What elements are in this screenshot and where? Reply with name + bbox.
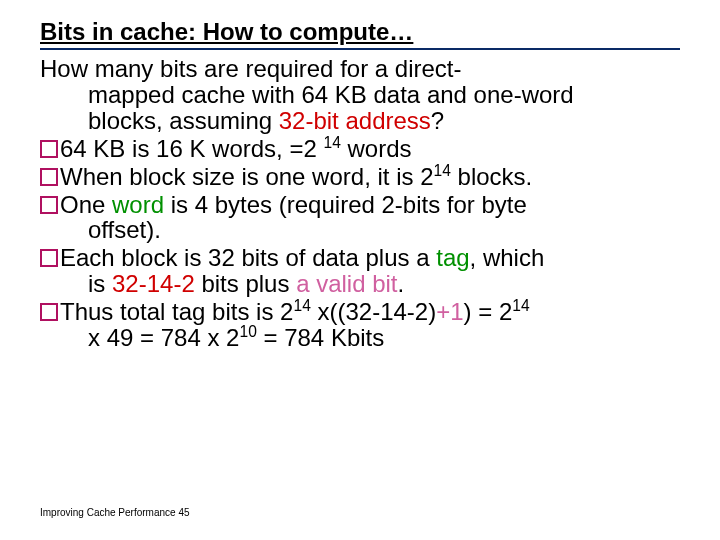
b1-exp: 14	[323, 134, 340, 151]
b4b: tag	[436, 244, 469, 271]
square-bullet-icon	[40, 168, 58, 186]
bullet-5: Thus total tag bits is 214 x((32-14-2)+1…	[40, 299, 680, 351]
square-bullet-icon	[40, 249, 58, 267]
b1b: words	[341, 135, 412, 162]
bullet-3: One word is 4 bytes (required 2-bits for…	[40, 192, 680, 244]
b4f: bits plus	[195, 270, 296, 297]
b4-line2: is 32-14-2 bits plus a valid bit.	[40, 271, 680, 297]
b3d: offset).	[40, 217, 680, 243]
b4g: a valid bit	[296, 270, 397, 297]
b4e: 32-14-2	[112, 270, 195, 297]
b2a: When block size is one word, it is 2	[60, 163, 434, 190]
slide-body: How many bits are required for a direct-…	[40, 56, 680, 351]
b5c: +1	[436, 298, 463, 325]
bullet-4: Each block is 32 bits of data plus a tag…	[40, 245, 680, 297]
slide-title: Bits in cache: How to compute…	[40, 18, 680, 50]
b5-exp3: 10	[239, 323, 256, 340]
q-l3c: ?	[431, 107, 444, 134]
b5d: ) = 2	[464, 298, 513, 325]
b5b: x((32-14-2)	[311, 298, 436, 325]
q-l3a: blocks, assuming	[88, 107, 279, 134]
question-block: How many bits are required for a direct-…	[40, 56, 680, 134]
square-bullet-icon	[40, 140, 58, 158]
b4h: .	[398, 270, 405, 297]
q-line1: How many bits are required for a direct-	[40, 55, 462, 82]
slide-footer: Improving Cache Performance 45	[40, 507, 190, 518]
b4a: Each block is 32 bits of data plus a	[60, 244, 436, 271]
b2b: blocks.	[451, 163, 532, 190]
b4d: is	[88, 270, 112, 297]
b5e: x 49 = 784 x 2	[88, 324, 239, 351]
q-line3: blocks, assuming 32-bit address?	[40, 108, 680, 134]
bullet-2: When block size is one word, it is 214 b…	[40, 164, 680, 190]
b3c: is 4 bytes (required 2-bits for byte	[164, 191, 527, 218]
b1a: 64 KB is 16 K words, =2	[60, 135, 323, 162]
square-bullet-icon	[40, 303, 58, 321]
b4c: , which	[470, 244, 545, 271]
b5-exp2: 14	[512, 297, 529, 314]
b2-exp: 14	[434, 162, 451, 179]
q-l3b: 32-bit address	[279, 107, 431, 134]
b3b: word	[112, 191, 164, 218]
b5a: Thus total tag bits is 2	[60, 298, 293, 325]
b5f: = 784 Kbits	[257, 324, 384, 351]
square-bullet-icon	[40, 196, 58, 214]
b5-line2: x 49 = 784 x 210 = 784 Kbits	[40, 325, 680, 351]
q-line2: mapped cache with 64 KB data and one-wor…	[40, 82, 680, 108]
b5-exp1: 14	[293, 297, 310, 314]
b3a: One	[60, 191, 112, 218]
bullet-1: 64 KB is 16 K words, =2 14 words	[40, 136, 680, 162]
